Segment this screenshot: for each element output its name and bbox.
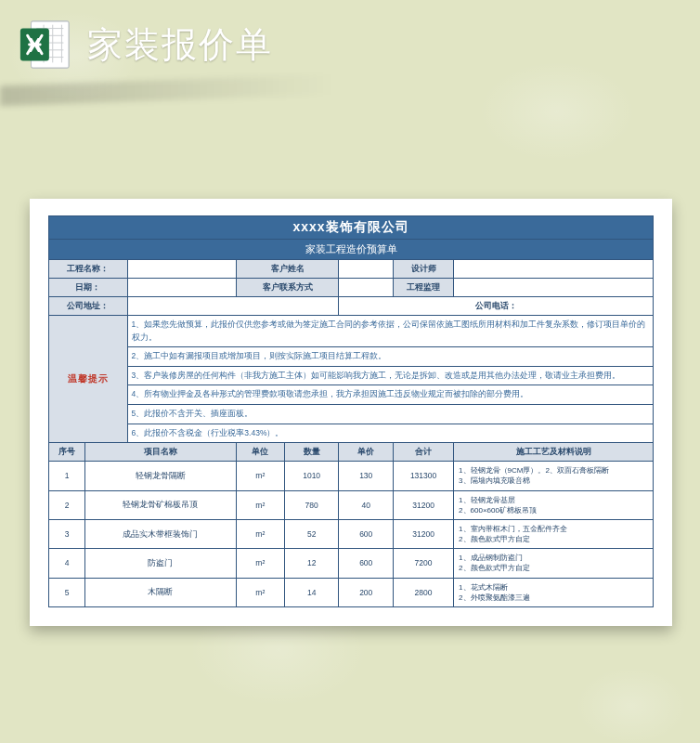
col-desc: 施工工艺及材料说明: [454, 443, 654, 462]
tip-5: 5、此报价不含开关、插座面板。: [127, 404, 653, 424]
item-no: 5: [49, 578, 85, 606]
banner-title: 家装报价单: [87, 21, 273, 69]
item-unit: m²: [236, 519, 284, 548]
item-total: 7200: [394, 549, 454, 578]
tips-label: 温馨提示: [49, 316, 128, 443]
item-row: 4 防盗门 m² 12 600 7200 1、成品钢制防盗门2、颜色款式甲方自定: [49, 549, 654, 578]
col-total: 合计: [394, 443, 454, 462]
value-customer: [339, 260, 394, 279]
item-row: 3 成品实木带框装饰门 m² 52 600 31200 1、室内带框木门，五金配…: [49, 519, 654, 548]
item-unit: m²: [236, 578, 284, 606]
label-phone: 公司电话：: [339, 297, 654, 316]
label-contact: 客户联系方式: [236, 279, 339, 297]
item-no: 2: [49, 490, 85, 519]
info-row-address: 公司地址： 公司电话：: [49, 297, 654, 316]
tip-6: 6、此报价不含税金（行业税率3.43%）。: [127, 424, 653, 443]
tip-4: 4、所有物业押金及各种形式的管理费款项敬请您承担，我方承担因施工违反物业规定而被…: [127, 385, 653, 405]
col-no: 序号: [49, 443, 85, 462]
page-banner: X 家装报价单: [0, 0, 700, 89]
item-price: 130: [339, 462, 394, 490]
label-project: 工程名称：: [49, 260, 128, 279]
col-name: 项目名称: [85, 443, 237, 462]
item-desc: 1、轻钢龙骨基层2、600×600矿棉板吊顶: [454, 490, 654, 519]
tip-1: 1、如果您先做预算，此报价仅供您参考或做为签定施工合同的参考依据，公司保留依施工…: [127, 316, 653, 347]
label-supervisor: 工程监理: [394, 279, 454, 297]
value-project: [127, 260, 236, 279]
value-contact: [339, 279, 394, 297]
label-address: 公司地址：: [49, 297, 128, 316]
label-customer: 客户姓名: [236, 260, 339, 279]
col-qty: 数量: [284, 443, 339, 462]
company-name: xxxx装饰有限公司: [49, 216, 654, 240]
doc-subtitle: 家装工程造价预算单: [49, 240, 654, 260]
item-total: 31200: [394, 490, 454, 519]
item-total: 131300: [394, 462, 454, 490]
info-row-2: 日期： 客户联系方式 工程监理: [49, 279, 654, 297]
title-row-subtitle: 家装工程造价预算单: [49, 240, 654, 260]
quote-table: xxxx装饰有限公司 家装工程造价预算单 工程名称： 客户姓名 设计师 日期： …: [48, 215, 654, 607]
item-desc: 1、轻钢龙骨（9CM厚）。2、双面石膏板隔断3、隔墙内填充吸音棉: [454, 462, 654, 490]
item-no: 1: [49, 462, 85, 490]
info-row-1: 工程名称： 客户姓名 设计师: [49, 260, 654, 279]
item-total: 31200: [394, 519, 454, 548]
item-qty: 12: [284, 549, 339, 578]
item-name: 轻钢龙骨隔断: [85, 462, 237, 490]
col-price: 单价: [339, 443, 394, 462]
items-header: 序号 项目名称 单位 数量 单价 合计 施工工艺及材料说明: [49, 443, 654, 462]
item-price: 40: [339, 490, 394, 519]
value-address: [127, 297, 339, 316]
quote-document: xxxx装饰有限公司 家装工程造价预算单 工程名称： 客户姓名 设计师 日期： …: [30, 199, 672, 626]
item-name: 成品实木带框装饰门: [85, 519, 237, 548]
item-row: 5 木隔断 m² 14 200 2800 1、花式木隔断2、外喷聚氨酯漆三遍: [49, 578, 654, 606]
value-date: [127, 279, 236, 297]
item-unit: m²: [236, 462, 284, 490]
svg-text:X: X: [28, 34, 42, 57]
value-designer: [454, 260, 654, 279]
item-qty: 1010: [284, 462, 339, 490]
item-name: 轻钢龙骨矿棉板吊顶: [85, 490, 237, 519]
value-supervisor: [454, 279, 654, 297]
item-name: 防盗门: [85, 549, 237, 578]
label-date: 日期：: [49, 279, 128, 297]
item-desc: 1、成品钢制防盗门2、颜色款式甲方自定: [454, 549, 654, 578]
item-row: 2 轻钢龙骨矿棉板吊顶 m² 780 40 31200 1、轻钢龙骨基层2、60…: [49, 490, 654, 519]
excel-icon: X: [17, 16, 74, 73]
item-unit: m²: [236, 549, 284, 578]
item-qty: 52: [284, 519, 339, 548]
item-desc: 1、花式木隔断2、外喷聚氨酯漆三遍: [454, 578, 654, 606]
col-unit: 单位: [236, 443, 284, 462]
item-row: 1 轻钢龙骨隔断 m² 1010 130 131300 1、轻钢龙骨（9CM厚）…: [49, 462, 654, 490]
item-qty: 14: [284, 578, 339, 606]
tip-2: 2、施工中如有漏报项目或增加项目，则按实际施工项目结算工程款。: [127, 347, 653, 367]
tips-row-1: 温馨提示 1、如果您先做预算，此报价仅供您参考或做为签定施工合同的参考依据，公司…: [49, 316, 654, 347]
item-price: 600: [339, 549, 394, 578]
item-price: 600: [339, 519, 394, 548]
item-desc: 1、室内带框木门，五金配件齐全2、颜色款式甲方自定: [454, 519, 654, 548]
item-name: 木隔断: [85, 578, 237, 606]
item-qty: 780: [284, 490, 339, 519]
item-no: 4: [49, 549, 85, 578]
item-no: 3: [49, 519, 85, 548]
item-price: 200: [339, 578, 394, 606]
tip-3: 3、客户装修房屋的任何构件（非我方施工主体）如可能影响我方施工，无论是拆卸、改造…: [127, 366, 653, 385]
item-unit: m²: [236, 490, 284, 519]
title-row-company: xxxx装饰有限公司: [49, 216, 654, 240]
item-total: 2800: [394, 578, 454, 606]
label-designer: 设计师: [394, 260, 454, 279]
